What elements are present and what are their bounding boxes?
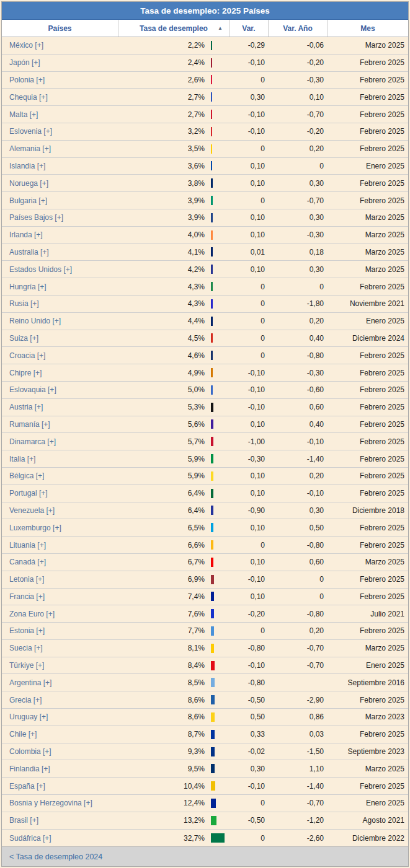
country-link[interactable]: Austria [+] — [9, 403, 43, 411]
country-link[interactable]: Sudáfrica [+] — [9, 834, 51, 843]
country-link[interactable]: Japón [+] — [9, 58, 40, 67]
country-link[interactable]: Irlanda [+] — [9, 230, 43, 239]
country-cell: México [+] — [2, 41, 118, 50]
table-row: México [+] 2,2% -0,29 -0,06 Marzo 2025 — [2, 37, 408, 55]
country-link[interactable]: Noruega [+] — [9, 179, 48, 188]
year-variation-value: 0,20 — [265, 626, 324, 635]
unemployment-rate-value: 3,8% — [118, 179, 206, 188]
country-link[interactable]: Argentina [+] — [9, 678, 51, 687]
country-link[interactable]: Rusia [+] — [9, 299, 39, 308]
country-link[interactable]: España [+] — [9, 782, 45, 791]
rate-mini-bar — [211, 110, 212, 119]
country-link[interactable]: Reino Unido [+] — [9, 317, 61, 325]
country-link[interactable]: Eslovenia [+] — [9, 127, 52, 136]
country-link[interactable]: Bélgica [+] — [9, 471, 44, 480]
country-cell: Grecia [+] — [2, 696, 118, 704]
country-cell: Australia [+] — [2, 248, 118, 256]
rate-mini-bar — [211, 471, 213, 481]
country-cell: Estados Unidos [+] — [2, 265, 118, 274]
unemployment-rate-value: 4,5% — [118, 334, 206, 343]
country-link[interactable]: Malta [+] — [9, 110, 38, 119]
column-header-var[interactable]: Var. — [230, 20, 269, 37]
country-link[interactable]: Portugal [+] — [9, 489, 48, 498]
country-link[interactable]: Países Bajos [+] — [9, 213, 63, 222]
country-link[interactable]: Finlandia [+] — [9, 765, 50, 773]
country-link[interactable]: Dinamarca [+] — [9, 437, 56, 446]
country-link[interactable]: Brasil [+] — [9, 816, 38, 825]
column-header-paises[interactable]: Países — [2, 20, 118, 37]
country-link[interactable]: Islandia [+] — [9, 162, 45, 170]
variation-value: -0,80 — [230, 678, 265, 687]
country-cell: Italia [+] — [2, 455, 118, 463]
unemployment-rate-value: 3,2% — [118, 127, 206, 136]
rate-mini-bar — [211, 644, 214, 653]
table-row: Austria [+] 5,3% -0,10 0,60 Febrero 2025 — [2, 399, 408, 416]
column-header-var-anio[interactable]: Var. Año — [269, 20, 328, 37]
country-link[interactable]: Alemania [+] — [9, 144, 51, 153]
unemployment-rate-value: 6,9% — [118, 575, 206, 584]
column-header-mes[interactable]: Mes — [328, 20, 408, 37]
rate-bar-cell — [206, 489, 230, 498]
country-link[interactable]: Croacia [+] — [9, 351, 45, 360]
rate-mini-bar — [211, 540, 213, 550]
variation-value: -0,10 — [230, 110, 265, 119]
table-row: Canadá [+] 6,7% 0,10 0,60 Marzo 2025 — [2, 554, 408, 571]
year-variation-value: 0,20 — [265, 144, 324, 153]
column-header-tasa-de-desempleo[interactable]: Tasa de desempleo ▲ — [118, 20, 230, 37]
sort-asc-icon[interactable]: ▲ — [218, 25, 223, 30]
reference-month: Febrero 2025 — [324, 283, 408, 291]
country-link[interactable]: México [+] — [9, 41, 43, 50]
rate-bar-cell — [206, 282, 230, 291]
country-link[interactable]: Letonia [+] — [9, 575, 44, 584]
unemployment-rate-value: 6,4% — [118, 506, 206, 515]
country-link[interactable]: Suiza [+] — [9, 334, 38, 343]
country-link[interactable]: Grecia [+] — [9, 696, 42, 704]
country-cell: Croacia [+] — [2, 351, 118, 360]
country-link[interactable]: Venezuela [+] — [9, 506, 55, 515]
table-row: Luxemburgo [+] 6,5% 0,10 0,50 Febrero 20… — [2, 519, 408, 537]
country-link[interactable]: Hungría [+] — [9, 283, 47, 291]
reference-month: Marzo 2025 — [324, 765, 408, 773]
previous-year-link[interactable]: < Tasa de desempleo 2024 — [9, 853, 102, 861]
unemployment-rate-value: 4,9% — [118, 369, 206, 377]
country-link[interactable]: Rumanía [+] — [9, 420, 50, 429]
country-link[interactable]: Suecia [+] — [9, 644, 43, 652]
country-link[interactable]: Estonia [+] — [9, 626, 45, 635]
country-link[interactable]: Türkiye [+] — [9, 661, 44, 670]
reference-month: Enero 2025 — [324, 799, 408, 807]
country-link[interactable]: Canadá [+] — [9, 558, 46, 566]
unemployment-rate-value: 3,5% — [118, 144, 206, 153]
column-header-label: Países — [48, 24, 71, 33]
country-link[interactable]: Uruguay [+] — [9, 712, 48, 721]
unemployment-rate-value: 8,6% — [118, 712, 206, 721]
variation-value: 0,10 — [230, 179, 265, 188]
rate-mini-bar — [211, 489, 213, 498]
country-link[interactable]: Bosnia y Herzegovina [+] — [9, 799, 92, 807]
country-link[interactable]: Italia [+] — [9, 455, 35, 463]
rate-bar-cell — [206, 161, 230, 170]
country-link[interactable]: Polonia [+] — [9, 76, 45, 84]
unemployment-rate-value: 5,0% — [118, 385, 206, 394]
country-link[interactable]: Colombia [+] — [9, 747, 51, 756]
country-link[interactable]: Lituania [+] — [9, 541, 46, 550]
reference-month: Febrero 2025 — [324, 782, 408, 791]
country-cell: Islandia [+] — [2, 162, 118, 170]
table-row: Portugal [+] 6,4% 0,10 -0,10 Febrero 202… — [2, 485, 408, 502]
country-link[interactable]: Chequia [+] — [9, 93, 48, 102]
country-link[interactable]: Estados Unidos [+] — [9, 265, 72, 274]
year-variation-value: 0,10 — [265, 93, 324, 102]
reference-month: Febrero 2025 — [324, 93, 408, 102]
country-link[interactable]: Australia [+] — [9, 248, 49, 256]
country-link[interactable]: Luxemburgo [+] — [9, 524, 61, 532]
rate-mini-bar — [211, 213, 213, 222]
variation-value: 0 — [230, 541, 265, 550]
country-link[interactable]: Zona Euro [+] — [9, 610, 55, 618]
country-link[interactable]: Bulgaria [+] — [9, 196, 47, 205]
country-link[interactable]: Chipre [+] — [9, 369, 42, 377]
rate-bar-cell — [206, 816, 230, 825]
unemployment-rate-value: 2,6% — [118, 76, 206, 84]
country-link[interactable]: Chile [+] — [9, 730, 37, 739]
country-cell: Países Bajos [+] — [2, 213, 118, 222]
country-link[interactable]: Eslovaquia [+] — [9, 385, 56, 394]
country-link[interactable]: Francia [+] — [9, 592, 45, 601]
